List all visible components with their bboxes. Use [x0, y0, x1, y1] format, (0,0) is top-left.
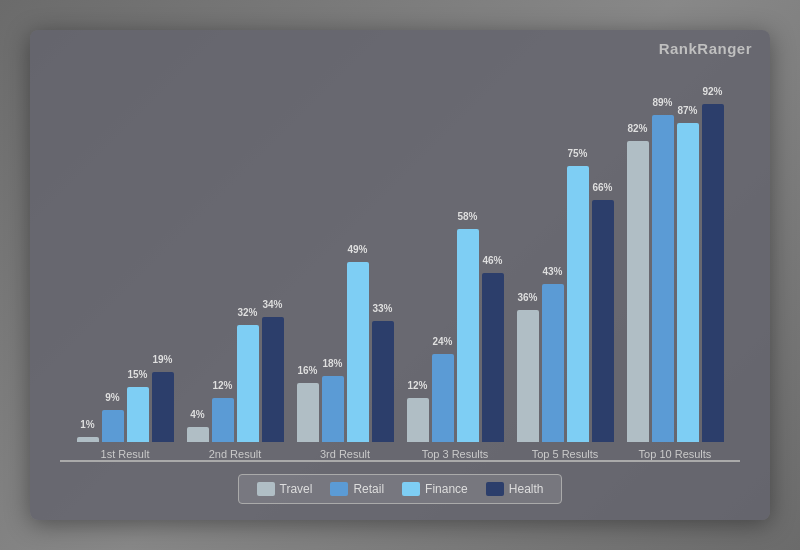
bars-row-4: 36%43%75%66%	[517, 166, 614, 442]
bar-label-health-0: 19%	[152, 354, 172, 365]
bar-health-3: 46%	[482, 273, 504, 442]
legend-color-health	[486, 482, 504, 496]
bar-retail-2: 18%	[322, 376, 344, 442]
legend-label-health: Health	[509, 482, 544, 496]
bar-label-finance-2: 49%	[347, 244, 367, 255]
bar-travel-0: 1%	[77, 437, 99, 442]
bar-label-retail-1: 12%	[212, 380, 232, 391]
bar-label-retail-4: 43%	[542, 266, 562, 277]
bar-health-4: 66%	[592, 200, 614, 442]
bar-label-travel-5: 82%	[627, 123, 647, 134]
group-label-0: 1st Result	[101, 448, 150, 460]
group-label-1: 2nd Result	[209, 448, 262, 460]
bar-label-retail-0: 9%	[105, 392, 119, 403]
bar-label-travel-3: 12%	[407, 380, 427, 391]
bar-travel-1: 4%	[187, 427, 209, 442]
bars-row-3: 12%24%58%46%	[407, 229, 504, 442]
chart-card: RankRanger 1%9%15%19%1st Result4%12%32%3…	[30, 30, 770, 520]
bar-finance-5: 87%	[677, 123, 699, 442]
bar-retail-4: 43%	[542, 284, 564, 442]
bar-label-health-3: 46%	[482, 255, 502, 266]
bar-label-finance-3: 58%	[457, 211, 477, 222]
logo-text: RankRanger	[659, 40, 752, 57]
bar-label-health-5: 92%	[702, 86, 722, 97]
bars-row-1: 4%12%32%34%	[187, 317, 284, 442]
bar-label-finance-1: 32%	[237, 307, 257, 318]
group-label-3: Top 3 Results	[422, 448, 489, 460]
x-axis	[60, 460, 740, 462]
bar-group-1: 4%12%32%34%2nd Result	[187, 317, 284, 460]
bar-finance-1: 32%	[237, 325, 259, 442]
bars-row-5: 82%89%87%92%	[627, 104, 724, 442]
logo: RankRanger	[659, 40, 752, 57]
legend-item-health: Health	[486, 482, 544, 496]
bar-label-travel-1: 4%	[190, 409, 204, 420]
bars-row-2: 16%18%49%33%	[297, 262, 394, 442]
bar-group-2: 16%18%49%33%3rd Result	[297, 262, 394, 460]
bar-finance-0: 15%	[127, 387, 149, 442]
legend-color-travel	[257, 482, 275, 496]
group-label-2: 3rd Result	[320, 448, 370, 460]
bar-label-retail-3: 24%	[432, 336, 452, 347]
legend-label-retail: Retail	[353, 482, 384, 496]
bar-finance-3: 58%	[457, 229, 479, 442]
bar-retail-0: 9%	[102, 410, 124, 442]
bar-label-health-1: 34%	[262, 299, 282, 310]
bar-label-travel-4: 36%	[517, 292, 537, 303]
bar-health-1: 34%	[262, 317, 284, 442]
bar-group-5: 82%89%87%92%Top 10 Results	[627, 104, 724, 460]
legend-item-travel: Travel	[257, 482, 313, 496]
bar-label-finance-4: 75%	[567, 148, 587, 159]
legend-color-finance	[402, 482, 420, 496]
legend-item-finance: Finance	[402, 482, 468, 496]
bar-finance-4: 75%	[567, 166, 589, 442]
chart-area: 1%9%15%19%1st Result4%12%32%34%2nd Resul…	[60, 80, 740, 462]
background: RankRanger 1%9%15%19%1st Result4%12%32%3…	[0, 0, 800, 550]
bar-group-3: 12%24%58%46%Top 3 Results	[407, 229, 504, 460]
legend-label-finance: Finance	[425, 482, 468, 496]
legend-item-retail: Retail	[330, 482, 384, 496]
bar-label-finance-5: 87%	[677, 105, 697, 116]
bar-group-0: 1%9%15%19%1st Result	[77, 372, 174, 460]
bar-group-4: 36%43%75%66%Top 5 Results	[517, 166, 614, 460]
bar-label-health-4: 66%	[592, 182, 612, 193]
bar-label-retail-5: 89%	[652, 97, 672, 108]
bar-travel-3: 12%	[407, 398, 429, 442]
bar-retail-3: 24%	[432, 354, 454, 442]
bar-label-travel-2: 16%	[297, 365, 317, 376]
legend-label-travel: Travel	[280, 482, 313, 496]
group-label-4: Top 5 Results	[532, 448, 599, 460]
bar-health-2: 33%	[372, 321, 394, 442]
bar-travel-5: 82%	[627, 141, 649, 442]
bar-label-health-2: 33%	[372, 303, 392, 314]
bar-finance-2: 49%	[347, 262, 369, 442]
bars-row-0: 1%9%15%19%	[77, 372, 174, 442]
bar-retail-5: 89%	[652, 115, 674, 442]
bar-label-travel-0: 1%	[80, 419, 94, 430]
bar-retail-1: 12%	[212, 398, 234, 442]
bar-travel-4: 36%	[517, 310, 539, 442]
bar-health-5: 92%	[702, 104, 724, 442]
bar-label-retail-2: 18%	[322, 358, 342, 369]
bar-travel-2: 16%	[297, 383, 319, 442]
bar-health-0: 19%	[152, 372, 174, 442]
bars-container: 1%9%15%19%1st Result4%12%32%34%2nd Resul…	[60, 80, 740, 460]
bar-label-finance-0: 15%	[127, 369, 147, 380]
legend-color-retail	[330, 482, 348, 496]
legend: TravelRetailFinanceHealth	[238, 474, 563, 504]
group-label-5: Top 10 Results	[639, 448, 712, 460]
